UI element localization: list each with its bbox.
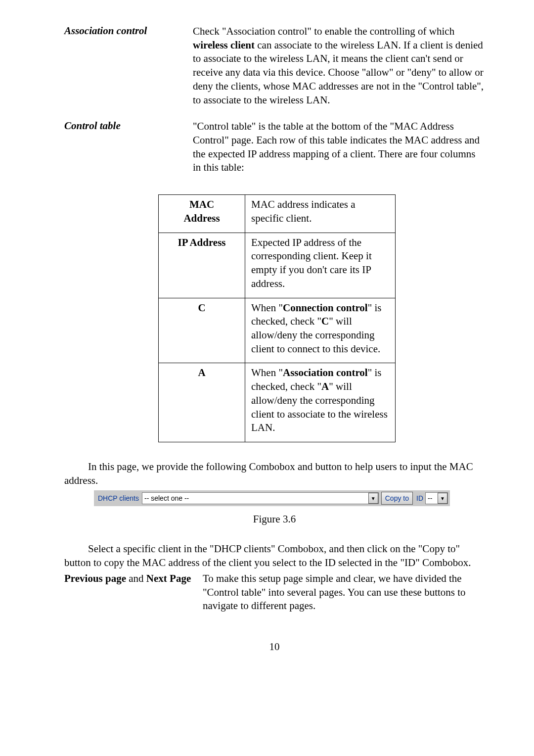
text: When " <box>251 302 283 314</box>
label-dhcp-clients: DHCP clients <box>94 494 142 502</box>
button-label: Copy to <box>385 494 409 502</box>
figure-caption: Figure 3.6 <box>64 513 485 525</box>
body-control-table: "Control table" is the table at the bott… <box>193 120 485 175</box>
text-bold: Association control <box>283 367 368 378</box>
table-row: A When "Association control" is checked,… <box>159 363 396 442</box>
select-value: -- <box>428 494 432 502</box>
cell-desc: Expected IP address of the corresponding… <box>245 233 396 298</box>
chevron-down-icon: ▼ <box>438 493 447 504</box>
table-row: C When "Connection control" is checked, … <box>159 298 396 363</box>
text: and <box>126 572 146 584</box>
definition-control-table: Control table "Control table" is the tab… <box>64 120 485 175</box>
term-control-table: Control table <box>64 120 193 132</box>
cell-label: MAC Address <box>159 195 245 233</box>
cell-desc: When "Association control" is checked, c… <box>245 363 396 442</box>
text-bold: Next Page <box>146 572 191 584</box>
term-prev-next: Previous page and Next Page <box>64 572 203 586</box>
dhcp-clients-select[interactable]: -- select one -- ▼ <box>142 492 379 504</box>
paragraph-select-client: Select a specific client in the "DHCP cl… <box>64 542 485 569</box>
text: When " <box>251 367 283 378</box>
text-bold: C <box>321 315 329 327</box>
chevron-down-icon: ▼ <box>368 493 378 504</box>
text-bold: Previous page <box>64 572 126 584</box>
text: Select a specific client in the "DHCP cl… <box>64 543 471 568</box>
term-association-control: Association control <box>64 25 193 37</box>
cell-desc: MAC address indicates a specific client. <box>245 195 396 233</box>
cell-label: C <box>159 298 245 363</box>
definition-association-control: Association control Check "Association c… <box>64 25 485 107</box>
page-number: 10 <box>64 641 485 653</box>
text: In this page, we provide the following C… <box>64 461 473 486</box>
cell-label: IP Address <box>159 233 245 298</box>
id-select[interactable]: -- ▼ <box>425 492 448 504</box>
table-row: IP Address Expected IP address of the co… <box>159 233 396 298</box>
copy-to-button[interactable]: Copy to <box>381 492 413 505</box>
definition-prev-next: Previous page and Next Page To make this… <box>64 572 485 613</box>
text: MAC <box>189 198 214 210</box>
text-bold: wireless client <box>193 39 255 51</box>
text: Address <box>183 212 220 224</box>
cell-label: A <box>159 363 245 442</box>
select-value: -- select one -- <box>144 494 189 502</box>
label-id: ID <box>415 494 425 502</box>
body-association-control: Check "Association control" to enable th… <box>193 25 485 107</box>
body-prev-next: To make this setup page simple and clear… <box>203 572 485 613</box>
dhcp-clients-bar: DHCP clients -- select one -- ▼ Copy to … <box>94 490 450 506</box>
columns-table: MAC Address MAC address indicates a spec… <box>158 194 485 442</box>
text-bold: Connection control <box>283 302 368 314</box>
text: Check "Association control" to enable th… <box>193 25 454 37</box>
table-row: MAC Address MAC address indicates a spec… <box>159 195 396 233</box>
cell-desc: When "Connection control" is checked, ch… <box>245 298 396 363</box>
text-bold: A <box>321 380 329 392</box>
paragraph-combobox-intro: In this page, we provide the following C… <box>64 460 485 487</box>
